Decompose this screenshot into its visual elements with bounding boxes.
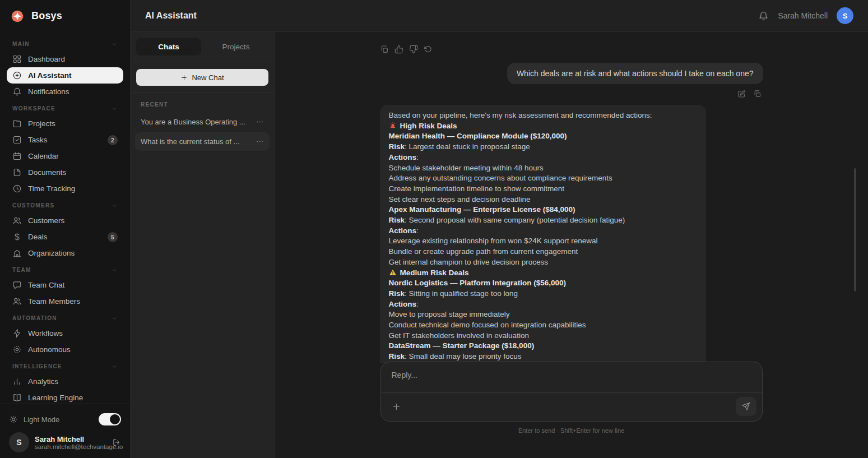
sidebar-item-dashboard[interactable]: Dashboard bbox=[7, 51, 123, 67]
message-line: Move to proposal stage immediately bbox=[389, 309, 697, 320]
section-header-intelligence[interactable]: INTELLIGENCE bbox=[7, 359, 123, 373]
message-line: Actions: bbox=[389, 299, 697, 310]
ellipsis-menu-icon[interactable] bbox=[256, 137, 264, 146]
reply-composer bbox=[380, 362, 763, 422]
message-line: Medium Risk Deals bbox=[389, 268, 697, 279]
new-chat-button[interactable]: New Chat bbox=[136, 69, 268, 86]
message-line: Get IT stakeholders involved in evaluati… bbox=[389, 331, 697, 341]
edit-icon[interactable] bbox=[737, 90, 746, 98]
sidebar-item-organizations[interactable]: Organizations bbox=[7, 245, 123, 261]
light-mode-toggle[interactable] bbox=[99, 413, 121, 425]
messages-scroll-area: Which deals are at risk and what actions… bbox=[275, 32, 868, 363]
recent-chat-item[interactable]: What is the current status of ... bbox=[135, 132, 270, 151]
plus-icon bbox=[180, 74, 188, 81]
avatar: S bbox=[9, 432, 29, 452]
regenerate-icon[interactable] bbox=[424, 45, 433, 54]
message-line: High Risk Deals bbox=[389, 121, 697, 132]
sidebar-item-calendar[interactable]: Calendar bbox=[7, 148, 123, 164]
light-mode-row: Light Mode bbox=[9, 411, 121, 428]
warning-icon bbox=[389, 268, 400, 279]
notifications-bell-icon[interactable] bbox=[758, 11, 769, 21]
section-header-main[interactable]: MAIN bbox=[7, 37, 123, 51]
task-check-icon bbox=[12, 135, 22, 145]
thumbs-down-icon[interactable] bbox=[409, 45, 418, 54]
chat-main: Which deals are at risk and what actions… bbox=[275, 32, 868, 458]
brand-name: Bosys bbox=[31, 10, 62, 22]
bar-chart-icon bbox=[12, 377, 22, 386]
send-button[interactable] bbox=[736, 397, 756, 416]
message-line: Risk: Largest deal stuck in proposal sta… bbox=[389, 142, 697, 152]
tab-projects[interactable]: Projects bbox=[203, 38, 268, 55]
chevron-down-icon bbox=[111, 202, 118, 209]
sidebar-footer: Light Mode S Sarah Mitchell sarah.mitche… bbox=[0, 404, 130, 458]
right-column: AI Assistant Sarah Mitchell S Chats Proj… bbox=[131, 0, 868, 458]
header-avatar[interactable]: S bbox=[837, 7, 853, 24]
recent-section-label: RECENT bbox=[131, 93, 274, 112]
message-line: Actions: bbox=[389, 152, 697, 163]
chat-list-panel: Chats Projects New Chat RECENT You are a… bbox=[131, 32, 275, 458]
sidebar-item-analytics[interactable]: Analytics bbox=[7, 373, 123, 390]
ellipsis-menu-icon[interactable] bbox=[256, 118, 264, 126]
reply-input[interactable] bbox=[392, 371, 751, 384]
sidebar-item-deals[interactable]: Deals5 bbox=[7, 229, 123, 245]
zap-icon bbox=[12, 329, 22, 338]
sparkle-compass-icon bbox=[12, 71, 22, 80]
sidebar-item-autonomous[interactable]: Autonomous bbox=[7, 341, 123, 358]
attach-button[interactable] bbox=[392, 402, 401, 411]
bosys-logo-icon bbox=[9, 8, 26, 25]
sidebar-item-team-chat[interactable]: Team Chat bbox=[7, 277, 123, 293]
sidebar-item-customers[interactable]: Customers bbox=[7, 212, 123, 229]
sidebar-item-workflows[interactable]: Workflows bbox=[7, 325, 123, 341]
users-icon bbox=[12, 216, 22, 225]
sidebar-item-documents[interactable]: Documents bbox=[7, 164, 123, 181]
header-user-name: Sarah Mitchell bbox=[778, 11, 828, 20]
light-mode-label: Light Mode bbox=[24, 415, 59, 424]
thumbs-up-icon[interactable] bbox=[394, 45, 403, 54]
message-line: Risk: Small deal may lose priority focus bbox=[389, 351, 697, 362]
section-header-automation[interactable]: AUTOMATION bbox=[7, 311, 123, 325]
clock-icon bbox=[12, 184, 22, 193]
sidebar-item-ai-assistant[interactable]: AI Assistant bbox=[7, 67, 123, 84]
tab-chats[interactable]: Chats bbox=[136, 38, 201, 55]
message-line: Get internal champion to drive decision … bbox=[389, 257, 697, 268]
users-icon bbox=[12, 297, 22, 306]
user-email: sarah.mitchell@techvantage.io bbox=[35, 443, 106, 450]
user-profile[interactable]: S Sarah Mitchell sarah.mitchell@techvant… bbox=[9, 432, 121, 452]
logout-icon[interactable] bbox=[112, 438, 121, 447]
chevron-down-icon bbox=[111, 363, 118, 370]
recent-chat-list: You are a Business Operating ...What is … bbox=[131, 112, 274, 152]
message-line: Leverage existing relationship from won … bbox=[389, 236, 697, 247]
chevron-down-icon bbox=[111, 315, 118, 322]
app-window: Bosys MAINDashboardAI AssistantNotificat… bbox=[0, 0, 868, 458]
sidebar-item-projects[interactable]: Projects bbox=[7, 115, 123, 132]
copy-icon[interactable] bbox=[753, 90, 762, 98]
copy-icon[interactable] bbox=[380, 45, 389, 54]
message-line: Schedule stakeholder meeting within 48 h… bbox=[389, 163, 697, 174]
message-line: Conduct technical demo focused on integr… bbox=[389, 320, 697, 331]
dotted-sun-icon bbox=[12, 345, 22, 354]
message-line: Apex Manufacturing — Enterprise License … bbox=[389, 205, 697, 215]
message-line: Risk: Second proposal with same company … bbox=[389, 215, 697, 226]
toggle-knob bbox=[110, 414, 120, 424]
sun-icon bbox=[9, 415, 18, 424]
message-line: Based on your pipeline, here's my risk a… bbox=[389, 110, 697, 121]
section-header-team[interactable]: TEAM bbox=[7, 263, 123, 277]
sidebar-item-notifications[interactable]: Notifications bbox=[7, 84, 123, 100]
sidebar-item-time-tracking[interactable]: Time Tracking bbox=[7, 181, 123, 197]
panel-tabs: Chats Projects bbox=[131, 32, 274, 62]
message-line: Risk: Sitting in qualified stage too lon… bbox=[389, 289, 697, 299]
recent-chat-item[interactable]: You are a Business Operating ... bbox=[135, 113, 270, 131]
section-header-customers[interactable]: CUSTOMERS bbox=[7, 198, 123, 212]
sidebar-item-tasks[interactable]: Tasks2 bbox=[7, 132, 123, 148]
assistant-message-actions bbox=[380, 45, 763, 54]
user-name: Sarah Mitchell bbox=[35, 435, 106, 443]
folder-icon bbox=[12, 119, 22, 128]
sidebar-item-learning-engine[interactable]: Learning Engine bbox=[7, 390, 123, 404]
chat-bubble-icon bbox=[12, 280, 22, 290]
scrollbar[interactable] bbox=[854, 168, 856, 292]
section-header-workspace[interactable]: WORKSPACE bbox=[7, 101, 123, 115]
assistant-message-bubble: Based on your pipeline, here's my risk a… bbox=[380, 105, 706, 363]
sidebar-item-team-members[interactable]: Team Members bbox=[7, 293, 123, 309]
message-line: Create implementation timeline to show c… bbox=[389, 184, 697, 195]
sidebar: Bosys MAINDashboardAI AssistantNotificat… bbox=[0, 0, 131, 458]
